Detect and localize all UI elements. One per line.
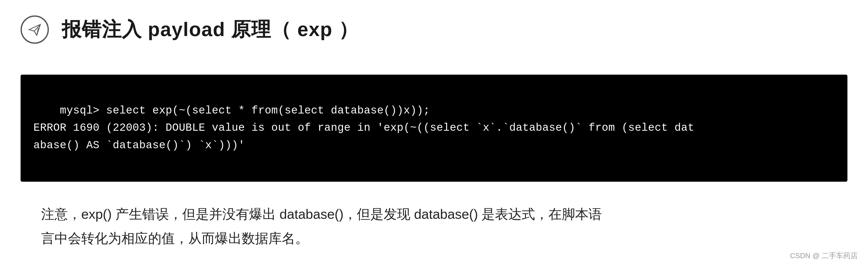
page-title: 报错注入 payload 原理（ exp ）	[62, 17, 359, 43]
title-section: 报错注入 payload 原理（ exp ）	[21, 16, 847, 44]
code-line-2: ERROR 1690 (22003): DOUBLE value is out …	[33, 122, 694, 134]
description-line-2: 言中会转化为相应的值，从而爆出数据库名。	[41, 227, 827, 251]
code-line-1: mysql> select exp(~(select * from(select…	[60, 105, 430, 117]
paper-plane-icon	[27, 22, 42, 37]
description-line-1: 注意，exp() 产生错误，但是并没有爆出 database()，但是发现 da…	[41, 202, 827, 227]
telegram-icon	[21, 16, 49, 44]
code-block: mysql> select exp(~(select * from(select…	[21, 75, 847, 182]
code-line-3: abase() AS `database()`) `x`)))'	[33, 139, 245, 152]
description-section: 注意，exp() 产生错误，但是并没有爆出 database()，但是发现 da…	[21, 202, 847, 251]
page-container: 报错注入 payload 原理（ exp ） mysql> select exp…	[0, 0, 868, 263]
csdn-watermark: CSDN @ 二手车药店	[790, 251, 858, 261]
